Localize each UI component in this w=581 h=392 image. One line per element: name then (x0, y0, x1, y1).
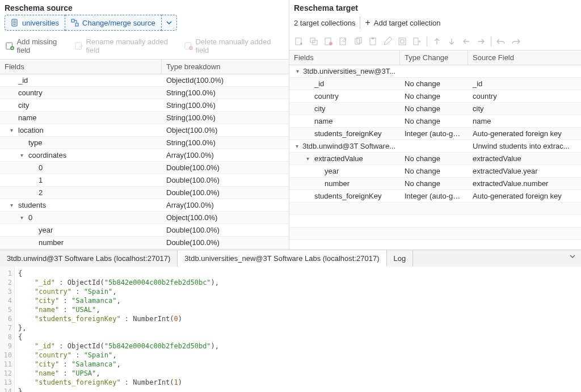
table-row[interactable]: ▾3tdb.universities_new@3T... (289, 65, 581, 78)
editor-code[interactable]: { "_id" : ObjectId("5b842e0004c00b2feb2d… (15, 267, 219, 392)
target-table-body[interactable]: ▾3tdb.universities_new@3T..._idNo change… (289, 65, 581, 250)
edit-icon[interactable] (382, 36, 393, 47)
table-row[interactable]: ▾coordinatesArray(100.0%) (0, 149, 289, 162)
table-row[interactable]: students_foreignKeyInteger (auto-gen...A… (289, 190, 581, 203)
field-name: extractedValue (314, 154, 363, 163)
table-row[interactable]: nameNo changename (289, 115, 581, 128)
table-row (289, 227, 581, 240)
target-fields-header[interactable]: Fields (289, 50, 400, 65)
table-row[interactable]: numberDouble(100.0%) (0, 237, 289, 249)
table-row[interactable]: ▾0Object(100.0%) (0, 212, 289, 224)
table-row[interactable]: 0Double(100.0%) (0, 162, 289, 174)
field-name: city (18, 101, 30, 109)
source-field: extractedValue.number (468, 178, 581, 189)
target-count: 2 target collections (294, 19, 355, 27)
tabs-overflow-button[interactable] (564, 250, 581, 267)
table-row[interactable]: typeString(100.0%) (0, 137, 289, 149)
table-row[interactable]: ▾extractedValueNo changeextractedValue (289, 153, 581, 165)
source-collection-button[interactable]: universities (5, 15, 65, 31)
svg-point-15 (329, 42, 332, 45)
add-missing-field-button[interactable]: Add missing field (5, 36, 71, 56)
field-cell: _id (289, 78, 400, 90)
tree-toggle-icon[interactable]: ▾ (296, 68, 302, 74)
undo-icon[interactable] (496, 36, 506, 47)
add-icon[interactable] (294, 36, 304, 47)
add-target-button[interactable]: + Add target collection (365, 19, 440, 27)
type-breakdown: Object(100.0%) (162, 124, 289, 136)
table-row[interactable]: 2Double(100.0%) (0, 187, 289, 199)
table-row[interactable]: _idNo change_id (289, 78, 581, 90)
type-change (400, 70, 468, 73)
table-row[interactable]: ▾locationObject(100.0%) (0, 124, 289, 137)
table-row[interactable]: _idObjectId(100.0%) (0, 74, 289, 87)
redo-icon[interactable] (511, 36, 521, 47)
duplicate-icon[interactable] (309, 36, 319, 47)
bottom-tab[interactable]: 3tdb.unwind@3T Software Labs (localhost:… (0, 250, 178, 267)
type-breakdown: Double(100.0%) (162, 162, 289, 174)
add-field-label: Add missing field (16, 37, 70, 54)
type-change: No change (400, 178, 468, 189)
tree-toggle-icon[interactable]: ▾ (20, 214, 27, 221)
field-name: 0 (28, 213, 32, 222)
source-field: extractedValue.year (468, 165, 581, 177)
field-name: 0 (39, 163, 43, 172)
field-cell: name (0, 112, 162, 124)
bottom-tab[interactable]: Log (387, 250, 414, 267)
source-field: Auto-generated foreign key (468, 128, 581, 140)
table-row[interactable]: yearDouble(100.0%) (0, 224, 289, 237)
table-row[interactable]: yearNo changeextractedValue.year (289, 165, 581, 178)
table-row[interactable]: nameString(100.0%) (0, 112, 289, 124)
tree-toggle-icon[interactable]: ▾ (20, 152, 27, 158)
source-type-header[interactable]: Type breakdown (162, 60, 289, 74)
move-up-icon[interactable] (432, 36, 442, 47)
tree-toggle-icon[interactable]: ▾ (306, 155, 313, 162)
field-name: students_foreignKey (314, 129, 382, 138)
embed-icon[interactable] (397, 36, 407, 47)
svg-rect-23 (414, 38, 418, 45)
type-breakdown: String(100.0%) (162, 112, 289, 124)
editor-gutter: 1234567891011121314 (0, 267, 15, 392)
type-change (400, 145, 468, 148)
change-merge-source-button[interactable]: Change/merge source (65, 15, 162, 31)
delete-field-icon (184, 41, 193, 50)
source-table-body[interactable]: _idObjectId(100.0%)countryString(100.0%)… (0, 74, 289, 250)
table-row[interactable]: cityString(100.0%) (0, 99, 289, 112)
move-down-icon[interactable] (447, 36, 457, 47)
copy-icon[interactable] (353, 36, 363, 47)
type-breakdown: Array(100.0%) (162, 199, 289, 211)
field-name: name (314, 117, 333, 125)
table-row[interactable]: 1Double(100.0%) (0, 174, 289, 187)
tree-toggle-icon[interactable]: ▾ (10, 127, 17, 133)
rename-icon[interactable] (338, 36, 348, 47)
extract-icon[interactable] (412, 36, 422, 47)
field-cell: _id (0, 74, 162, 86)
table-row[interactable]: countryString(100.0%) (0, 87, 289, 99)
target-change-header[interactable]: Type Change (400, 50, 468, 65)
move-left-icon[interactable] (461, 36, 471, 47)
tree-toggle-icon[interactable]: ▾ (296, 143, 301, 149)
source-fields-header[interactable]: Fields (0, 60, 162, 74)
remove-icon[interactable] (323, 36, 334, 47)
table-row[interactable]: ▾3tdb.unwind@3T Software...Unwind studen… (289, 140, 581, 153)
chevron-down-icon (570, 254, 575, 259)
add-field-icon (6, 41, 14, 50)
delete-field-button: Delete manually added field (183, 36, 284, 56)
tree-toggle-icon[interactable]: ▾ (10, 202, 17, 208)
change-merge-dropdown[interactable] (162, 15, 177, 31)
table-row[interactable]: cityNo changecity (289, 103, 581, 115)
table-row[interactable]: ▾studentsArray(100.0%) (0, 199, 289, 212)
table-row[interactable]: ▾1Object(100.0%) (0, 249, 289, 250)
bottom-tabs: 3tdb.unwind@3T Software Labs (localhost:… (0, 250, 581, 267)
bottom-tab[interactable]: 3tdb.universities_new@3T Software Labs (… (178, 250, 386, 267)
table-row[interactable]: numberNo changeextractedValue.number (289, 178, 581, 190)
type-breakdown: Double(100.0%) (162, 224, 289, 236)
source-field: _id (468, 78, 581, 90)
table-row[interactable]: countryNo changecountry (289, 90, 581, 103)
paste-icon[interactable] (368, 36, 378, 47)
move-right-icon[interactable] (476, 36, 486, 47)
source-field: Auto-generated foreign key (468, 190, 581, 202)
field-cell: 2 (0, 187, 162, 199)
target-source-header[interactable]: Source Field (468, 50, 581, 65)
field-cell: city (289, 103, 400, 115)
table-row[interactable]: students_foreignKeyInteger (auto-gen...A… (289, 128, 581, 140)
